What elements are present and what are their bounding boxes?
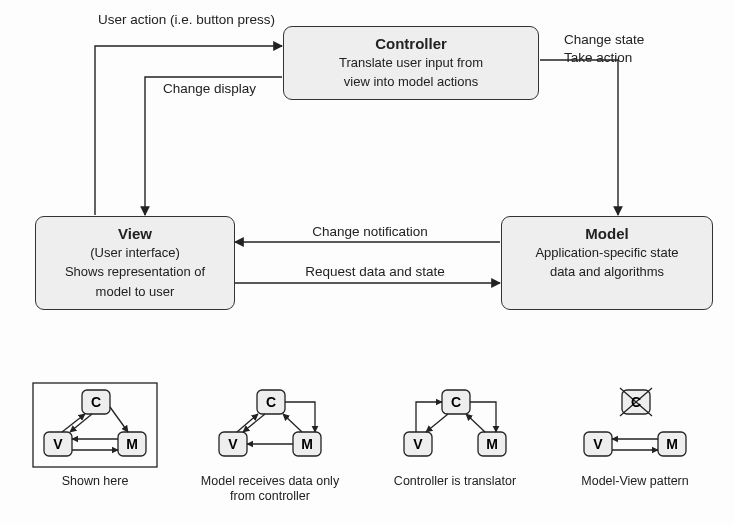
svg-text:M: M — [486, 436, 498, 452]
variant-model-from-controller: C V M Model receives data only from cont… — [195, 380, 345, 504]
caption-model-from-controller-l1: Model receives data only — [195, 474, 345, 489]
caption-shown-here: Shown here — [20, 474, 170, 489]
mini-m-label: M — [126, 436, 138, 452]
svg-text:V: V — [593, 436, 603, 452]
svg-text:C: C — [451, 394, 461, 410]
model-box: Model Application-specific state data an… — [501, 216, 713, 310]
label-change-display: Change display — [163, 81, 256, 97]
model-title: Model — [502, 225, 712, 242]
mini-v-label: V — [53, 436, 63, 452]
edge-controller-to-model — [540, 60, 618, 215]
variant-translator: C V M Controller is translator — [380, 380, 530, 489]
label-request-data: Request data and state — [295, 264, 455, 280]
view-sub1: (User interface) — [36, 245, 234, 261]
model-sub1: Application-specific state — [502, 245, 712, 261]
controller-box: Controller Translate user input from vie… — [283, 26, 539, 100]
mvc-diagram: { "controller": { "title": "Controller",… — [0, 0, 734, 524]
svg-text:M: M — [666, 436, 678, 452]
svg-text:C: C — [266, 394, 276, 410]
label-change-notification: Change notification — [300, 224, 440, 240]
view-sub2: Shows representation of — [36, 264, 234, 280]
svg-text:V: V — [413, 436, 423, 452]
edge-view-to-controller — [95, 46, 282, 215]
caption-translator: Controller is translator — [380, 474, 530, 489]
svg-text:M: M — [301, 436, 313, 452]
model-sub2: data and algorithms — [502, 264, 712, 280]
caption-model-view: Model-View pattern — [560, 474, 710, 489]
controller-title: Controller — [284, 35, 538, 52]
controller-sub2: view into model actions — [284, 74, 538, 90]
variant-model-view: C V M Model-View pattern — [560, 380, 710, 489]
label-take-action: Take action — [564, 50, 632, 66]
controller-sub1: Translate user input from — [284, 55, 538, 71]
view-box: View (User interface) Shows representati… — [35, 216, 235, 310]
svg-text:V: V — [228, 436, 238, 452]
label-change-state: Change state — [564, 32, 644, 48]
variants-row: C V M Shown here C V M Model receives da… — [20, 380, 720, 520]
edge-controller-to-view — [145, 77, 282, 215]
variant-shown-here: C V M Shown here — [20, 380, 170, 489]
mini-c-label: C — [91, 394, 101, 410]
view-sub3: model to user — [36, 284, 234, 300]
view-title: View — [36, 225, 234, 242]
label-user-action: User action (i.e. button press) — [98, 12, 275, 28]
svg-text:C: C — [631, 394, 641, 410]
caption-model-from-controller-l2: from controller — [195, 489, 345, 504]
